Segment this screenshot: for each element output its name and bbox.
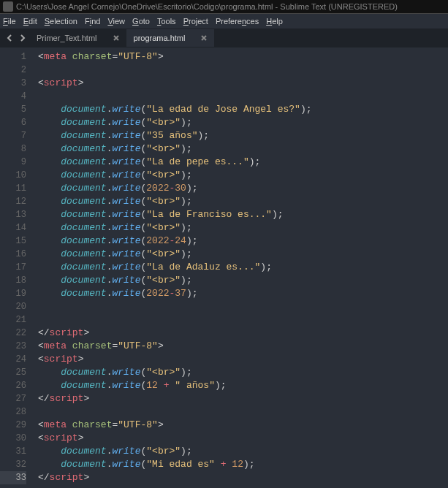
token: write (112, 367, 140, 378)
code-line[interactable]: document.write("La de Franciso es..."); (38, 208, 448, 221)
menu-help[interactable]: Help (266, 17, 283, 26)
token: write (112, 104, 140, 115)
token: ; (186, 275, 192, 286)
code-line[interactable]: document.write("Mi edad es" + 12); (38, 458, 448, 471)
close-icon[interactable] (113, 34, 119, 42)
code-content[interactable]: <meta charset="UTF-8"><script> document.… (31, 47, 448, 488)
token: < (38, 51, 44, 62)
code-line[interactable] (38, 300, 448, 313)
code-line[interactable]: <script> (38, 432, 448, 445)
menu-find[interactable]: Find (85, 17, 100, 26)
token: ) (243, 459, 249, 470)
code-line[interactable]: document.write("<br>"); (38, 366, 448, 379)
menu-goto[interactable]: Goto (132, 17, 150, 26)
code-line[interactable] (38, 90, 448, 103)
code-line[interactable]: document.write(12 + " años"); (38, 379, 448, 392)
token: meta (44, 51, 67, 62)
line-number: 21 (0, 313, 26, 327)
nav-forward-icon[interactable] (18, 33, 28, 43)
menu-view[interactable]: View (107, 17, 125, 26)
code-line[interactable]: document.write("La de pepe es..."); (38, 156, 448, 169)
token: "<br>" (146, 143, 181, 154)
menu-tools[interactable]: Tools (157, 17, 176, 26)
code-line[interactable]: <meta charset="UTF-8"> (38, 340, 448, 353)
code-line[interactable]: document.write("<br>"); (38, 116, 448, 129)
code-line[interactable]: <meta charset="UTF-8"> (38, 50, 448, 64)
line-number: 27 (0, 392, 26, 405)
token: ) (272, 209, 278, 220)
line-number: 3 (0, 77, 26, 90)
code-line[interactable]: document.write("La edad de Jose Angel es… (38, 103, 448, 116)
line-number: 12 (0, 195, 26, 208)
token: ; (255, 156, 261, 167)
code-line[interactable]: document.write("35 años"); (38, 129, 448, 142)
token: ) (181, 143, 186, 154)
editor-area[interactable]: 1234567891011121314151617181920212223242… (0, 47, 448, 488)
token: "<br>" (146, 367, 181, 378)
line-number: 8 (0, 142, 26, 156)
token: meta (44, 419, 67, 430)
code-line[interactable]: document.write("<br>"); (38, 274, 448, 287)
tab-Primer_Text.html[interactable]: Primer_Text.html (29, 29, 126, 47)
code-line[interactable]: document.write(2022-30); (38, 182, 448, 195)
line-gutter: 1234567891011121314151617181920212223242… (0, 47, 31, 488)
menu-edit[interactable]: Edit (23, 17, 37, 26)
code-line[interactable]: document.write(2022-24); (38, 235, 448, 248)
app-logo-icon (3, 1, 13, 12)
menu-project[interactable]: Project (183, 17, 208, 26)
token: ) (249, 156, 255, 167)
token: ) (186, 183, 192, 194)
code-line[interactable]: </script> (38, 392, 448, 405)
tab-programa.html[interactable]: programa.html (126, 29, 215, 47)
menu-selection[interactable]: Selection (45, 17, 77, 26)
token: "35 años" (146, 130, 197, 141)
token: ) (215, 380, 221, 391)
token: document (61, 248, 106, 259)
token: "<br>" (146, 222, 181, 233)
code-line[interactable]: </script> (38, 471, 448, 484)
token: write (112, 143, 140, 154)
token: "UTF-8" (118, 419, 158, 430)
token: 2022 (146, 235, 169, 246)
code-line[interactable]: document.write("La de Adaluz es..."); (38, 261, 448, 274)
nav-back-icon[interactable] (4, 33, 15, 43)
token (67, 51, 72, 62)
token: charset (72, 340, 113, 351)
menu-preferences[interactable]: Preferences (216, 17, 259, 26)
token: write (112, 183, 140, 194)
token: ) (181, 248, 186, 259)
token: write (112, 130, 140, 141)
code-line[interactable] (38, 313, 448, 327)
token: write (112, 288, 140, 299)
token: ) (181, 367, 186, 378)
close-icon[interactable] (201, 34, 207, 42)
code-line[interactable]: document.write(2022-37); (38, 287, 448, 300)
code-line[interactable] (38, 405, 448, 419)
token: "La de Franciso es..." (146, 209, 272, 220)
code-line[interactable]: document.write("<br>"); (38, 169, 448, 182)
token: ; (278, 209, 284, 220)
line-number: 7 (0, 129, 26, 142)
token: ; (186, 143, 192, 154)
token (67, 419, 72, 430)
code-line[interactable]: document.write("<br>"); (38, 445, 448, 458)
token: write (112, 209, 140, 220)
code-line[interactable] (38, 64, 448, 77)
code-line[interactable]: </script> (38, 327, 448, 340)
code-line[interactable]: document.write("<br>"); (38, 248, 448, 261)
token: < (38, 340, 44, 351)
token: meta (44, 340, 67, 351)
code-line[interactable]: <script> (38, 353, 448, 366)
code-line[interactable]: document.write("<br>"); (38, 142, 448, 156)
token: > (158, 419, 164, 430)
menu-file[interactable]: File (3, 17, 16, 26)
token: ; (192, 288, 198, 299)
token: ) (181, 169, 186, 180)
code-line[interactable]: document.write("<br>"); (38, 221, 448, 235)
token: 2022 (146, 183, 169, 194)
code-line[interactable]: <meta charset="UTF-8"> (38, 419, 448, 432)
code-line[interactable]: <script> (38, 77, 448, 90)
token: charset (72, 419, 113, 430)
token: < (38, 77, 44, 88)
code-line[interactable]: document.write("<br>"); (38, 195, 448, 208)
